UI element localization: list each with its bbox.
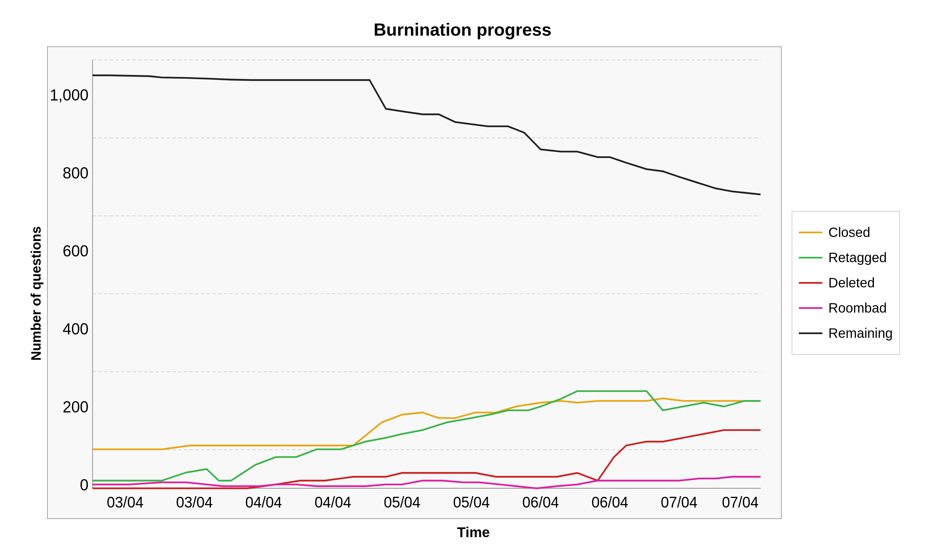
chart-container: Burnination progress Number of questions xyxy=(25,20,900,540)
legend-item-closed: Closed xyxy=(799,225,893,240)
legend-line-remaining xyxy=(799,332,823,334)
legend-item-roombad: Roombad xyxy=(799,300,893,315)
x-axis-label: Time xyxy=(47,524,900,540)
svg-text:07/04: 07/04 xyxy=(661,494,697,510)
roombad-line xyxy=(92,477,761,488)
svg-text:07/04: 07/04 xyxy=(722,494,758,510)
svg-text:1,000: 1,000 xyxy=(50,86,89,104)
svg-text:0: 0 xyxy=(80,476,89,494)
legend-item-retagged: Retagged xyxy=(799,250,893,265)
chart-title: Burnination progress xyxy=(374,20,551,40)
y-axis-label: Number of questions xyxy=(25,47,47,540)
svg-text:600: 600 xyxy=(63,242,89,260)
chart-area: 0 200 400 600 800 1,000 03/04 03/04 xyxy=(47,47,900,540)
svg-text:400: 400 xyxy=(63,320,89,338)
legend-label-roombad: Roombad xyxy=(829,300,887,315)
svg-text:05/04: 05/04 xyxy=(384,494,420,510)
svg-text:05/04: 05/04 xyxy=(453,494,490,510)
legend-line-deleted xyxy=(799,282,823,284)
svg-text:04/04: 04/04 xyxy=(315,494,351,510)
legend-line-closed xyxy=(799,231,823,233)
chart-legend: Closed Retagged Deleted Roombad xyxy=(792,211,900,354)
legend-line-retagged xyxy=(799,257,823,258)
plot-wrapper: 0 200 400 600 800 1,000 03/04 03/04 xyxy=(47,47,782,519)
chart-body: Number of questions xyxy=(25,47,900,540)
deleted-line xyxy=(92,430,761,488)
svg-text:03/04: 03/04 xyxy=(176,494,212,510)
svg-text:200: 200 xyxy=(63,398,89,416)
svg-text:800: 800 xyxy=(63,164,89,182)
plot-and-legend: 0 200 400 600 800 1,000 03/04 03/04 xyxy=(47,47,900,519)
svg-text:03/04: 03/04 xyxy=(107,494,144,510)
chart-svg: 0 200 400 600 800 1,000 03/04 03/04 xyxy=(48,47,781,518)
retagged-line xyxy=(92,391,761,480)
legend-item-remaining: Remaining xyxy=(799,326,893,341)
legend-label-deleted: Deleted xyxy=(829,275,875,290)
svg-text:06/04: 06/04 xyxy=(522,494,559,510)
legend-label-closed: Closed xyxy=(829,225,871,240)
legend-item-deleted: Deleted xyxy=(799,275,893,290)
legend-label-remaining: Remaining xyxy=(829,326,893,341)
remaining-line xyxy=(92,75,761,194)
svg-text:04/04: 04/04 xyxy=(245,494,282,510)
legend-label-retagged: Retagged xyxy=(829,250,887,265)
legend-line-roombad xyxy=(799,307,823,309)
svg-text:06/04: 06/04 xyxy=(592,494,628,510)
